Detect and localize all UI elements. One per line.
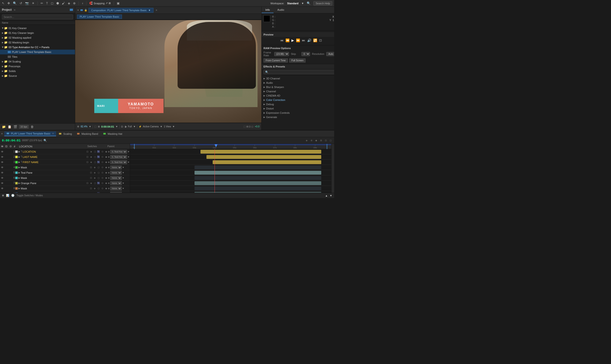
alpha-icon[interactable]: ◑ bbox=[124, 125, 127, 128]
time-dropdown-icon[interactable]: ▼ bbox=[116, 125, 118, 128]
tab-info[interactable]: Info bbox=[262, 7, 274, 13]
frame-rate-select[interactable]: (23.98) bbox=[274, 52, 289, 56]
quality-4[interactable]: ◻ bbox=[97, 166, 100, 169]
graph-icon[interactable]: ⊞ bbox=[319, 139, 323, 142]
zoom-dropdown-icon[interactable]: ▼ bbox=[89, 125, 91, 128]
parent-dropdown-7[interactable]: ▼ bbox=[122, 182, 124, 184]
adj-2[interactable]: ⊙ bbox=[101, 156, 104, 158]
transfer-controls-icon[interactable]: ⊡ bbox=[121, 125, 123, 128]
comp-dropdown-icon[interactable]: ▼ bbox=[148, 9, 151, 12]
search-help-input[interactable]: Search Help bbox=[313, 1, 332, 5]
bar-4[interactable] bbox=[195, 166, 321, 169]
mask-tool-icon[interactable]: ⬢ bbox=[56, 1, 59, 5]
eraser-tool-icon[interactable]: ◈ bbox=[68, 1, 70, 5]
viewer-settings-icon[interactable]: ⚙ bbox=[77, 125, 79, 128]
new-folder-icon[interactable]: 📁 bbox=[2, 125, 6, 129]
hand-tool-icon[interactable]: ✥ bbox=[7, 1, 10, 5]
parent-dropdown-1[interactable]: ▼ bbox=[127, 151, 130, 153]
region-of-interest-icon[interactable]: ⬚ bbox=[94, 125, 96, 128]
expand-icon-3[interactable]: ▶ bbox=[18, 161, 20, 163]
shy-5[interactable]: ⊡ bbox=[89, 171, 93, 174]
viewer-time[interactable]: 0:00:04:01 bbox=[101, 125, 114, 128]
parent-dropdown-5[interactable]: ▼ bbox=[122, 171, 124, 174]
layer-name-2[interactable]: LAST NAME bbox=[23, 156, 85, 158]
visibility-icon-1[interactable]: 👁 bbox=[0, 150, 4, 153]
visibility-icon-5[interactable]: 👁 bbox=[0, 171, 4, 174]
shy-7[interactable]: ⊡ bbox=[86, 182, 89, 184]
3d-3[interactable]: ◆ bbox=[105, 161, 108, 163]
camera-icon[interactable]: 📷 bbox=[25, 1, 29, 5]
paint-tool-icon[interactable]: 🖌 bbox=[62, 1, 65, 5]
list-item[interactable]: ▶ 📁 01 Key Cleaner bbox=[0, 26, 75, 30]
3d-5[interactable]: ◆ bbox=[105, 171, 108, 174]
tab-audio[interactable]: Audio bbox=[274, 7, 288, 13]
timeline-tab-scaling[interactable]: Scaling bbox=[57, 132, 74, 136]
3d-4[interactable]: ◆ bbox=[105, 166, 108, 169]
adj-3[interactable]: ⊙ bbox=[101, 161, 104, 163]
close-comp-icon[interactable]: ✕ bbox=[77, 9, 79, 12]
bar-6[interactable] bbox=[195, 176, 321, 180]
parent-select-7[interactable]: None bbox=[110, 181, 122, 185]
comp-menu-icon[interactable]: ≡ bbox=[156, 9, 157, 12]
shy-1[interactable]: ⊡ bbox=[86, 150, 89, 153]
camera-dropdown-icon[interactable]: ▼ bbox=[160, 125, 162, 128]
search-icon[interactable]: 🔍 bbox=[307, 1, 310, 5]
layer-name-3[interactable]: FIRST NAME bbox=[23, 161, 85, 164]
effects-item-channel[interactable]: ▶ Channel bbox=[262, 89, 334, 93]
snapping-options-icon[interactable]: ⊞ bbox=[109, 2, 111, 5]
parent-dropdown-6[interactable]: ▼ bbox=[122, 177, 124, 179]
keyframe-icon[interactable]: ◆ bbox=[315, 139, 318, 142]
close-timeline-icon[interactable]: ✕ bbox=[1, 132, 3, 135]
clock-icon[interactable]: 🕐 bbox=[11, 194, 14, 197]
cont-raster-7[interactable]: ◈ bbox=[90, 182, 93, 184]
quality-5[interactable]: ◻ bbox=[97, 171, 100, 174]
expand-icon-1[interactable]: ▶ bbox=[18, 150, 20, 153]
pen-tool-icon[interactable]: ✏ bbox=[40, 1, 43, 5]
motion-path-icon[interactable]: ⊕ bbox=[310, 139, 313, 142]
3d-8[interactable]: ◆ bbox=[105, 187, 108, 190]
comp-tab[interactable]: Composition: PLAY Lower Third Template B… bbox=[89, 8, 153, 13]
adj-1[interactable]: ⊙ bbox=[101, 150, 104, 153]
visibility-icon-6[interactable]: 👁 bbox=[0, 177, 4, 179]
chart-icon[interactable]: 📊 bbox=[6, 194, 9, 197]
loop-button[interactable]: 🔁 bbox=[313, 39, 317, 42]
layer-name-5[interactable]: Teal Pane bbox=[21, 171, 89, 174]
list-item[interactable]: ▶ 📁 Source bbox=[0, 74, 75, 78]
quality-7[interactable]: ◻ bbox=[93, 182, 97, 184]
preview-header[interactable]: Preview ≡ bbox=[262, 32, 334, 37]
bar-8[interactable] bbox=[195, 186, 321, 190]
visibility-icon-3[interactable]: 👁 bbox=[0, 161, 4, 164]
hide-button[interactable]: ⊡ bbox=[319, 39, 322, 42]
bar-9[interactable] bbox=[195, 192, 321, 193]
from-current-button[interactable]: From Current Time bbox=[264, 58, 288, 63]
cont-raster-4[interactable]: ◈ bbox=[93, 166, 96, 169]
cont-raster-6[interactable]: ◈ bbox=[93, 177, 96, 179]
shy-3[interactable]: ⊡ bbox=[86, 161, 89, 163]
bar-3[interactable] bbox=[213, 160, 321, 164]
fast-preview-icon[interactable]: ⚡ bbox=[139, 125, 142, 128]
project-search-input[interactable] bbox=[2, 14, 73, 19]
expand-icon-8[interactable]: ▶ bbox=[18, 187, 20, 190]
scroll-up-icon[interactable]: ▲ bbox=[325, 194, 328, 197]
step-forward-button[interactable]: ⏩ bbox=[296, 39, 300, 42]
view-dropdown-icon[interactable]: ▼ bbox=[172, 125, 175, 128]
snapping-control[interactable]: 🧲 Snapping ↗ ⊞ bbox=[89, 2, 111, 5]
timeline-current-time[interactable]: 0:00:04:01 bbox=[2, 139, 21, 142]
adj-8[interactable]: ⊙ bbox=[101, 187, 104, 190]
list-item[interactable]: ▶ 📁 01 Key Cleaner begin bbox=[0, 30, 75, 35]
quality-2[interactable]: ◻ bbox=[93, 156, 97, 158]
effects-item-audio[interactable]: ▶ Audio bbox=[262, 81, 334, 85]
clone-tool-icon[interactable]: ⊕ bbox=[73, 1, 76, 5]
lock-comp-icon[interactable]: 🔒 bbox=[84, 9, 87, 12]
layer-name-7[interactable]: Orange Pane bbox=[21, 182, 85, 185]
bar-5[interactable] bbox=[195, 171, 321, 175]
quality-6[interactable]: ◻ bbox=[97, 177, 100, 179]
list-item[interactable]: PLAY Lower Third Template Basic bbox=[0, 50, 75, 54]
visibility-icon-8[interactable]: 👁 bbox=[0, 187, 4, 190]
parent-dropdown-2[interactable]: ▼ bbox=[127, 156, 130, 158]
effects-item-distort[interactable]: ▶ Distort bbox=[262, 106, 334, 111]
view-options-icon[interactable]: ⊡ bbox=[324, 139, 327, 142]
effects-item-cinema4d[interactable]: ▶ CINEMA 4D bbox=[262, 93, 334, 98]
effects-item-color-correction[interactable]: ▶ Color Correction bbox=[262, 98, 334, 102]
parent-select-8[interactable]: None bbox=[110, 186, 122, 190]
